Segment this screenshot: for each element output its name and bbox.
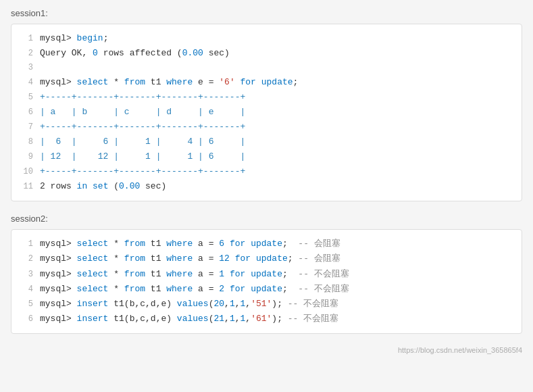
line-content: mysql> insert t1(b,c,d,e) values(20,1,1,… (40, 297, 512, 312)
table-row: 10+-----+-------+-------+-------+-------… (21, 164, 512, 179)
line-number: 2 (21, 47, 33, 60)
line-number: 5 (21, 91, 33, 104)
table-row: 9| 12 | 12 | 1 | 1 | 6 | (21, 149, 512, 164)
table-row: 8| 6 | 6 | 1 | 4 | 6 | (21, 134, 512, 149)
table-row: 2mysql> select * from t1 where a = 12 fo… (21, 251, 512, 266)
table-row: 7+-----+-------+-------+-------+-------+ (21, 120, 512, 134)
line-number: 8 (21, 135, 33, 149)
line-content: | 12 | 12 | 1 | 1 | 6 | (40, 149, 512, 164)
line-content: +-----+-------+-------+-------+-------+ (40, 120, 512, 134)
session1-label: session1: (11, 8, 522, 18)
line-content: +-----+-------+-------+-------+-------+ (40, 90, 512, 105)
line-content: mysql> select * from t1 where a = 1 for … (40, 267, 512, 282)
table-row: 3 (21, 61, 512, 74)
line-number: 4 (21, 76, 33, 89)
line-content: Query OK, 0 rows affected (0.00 sec) (40, 46, 512, 61)
session2-code-block: 1mysql> select * from t1 where a = 6 for… (11, 229, 522, 334)
session2-label: session2: (11, 214, 522, 224)
line-content: mysql> select * from t1 where a = 12 for… (40, 251, 512, 266)
table-row: 2Query OK, 0 rows affected (0.00 sec) (21, 46, 512, 61)
line-content: | a | b | c | d | e | (40, 105, 512, 120)
table-row: 1mysql> select * from t1 where a = 6 for… (21, 237, 512, 251)
line-number: 1 (21, 32, 33, 45)
watermark: https://blog.csdn.net/weixin_365865f4 (11, 346, 522, 354)
table-row: 6mysql> insert t1(b,c,d,e) values(21,1,1… (21, 312, 512, 326)
line-number: 11 (21, 180, 33, 193)
table-row: 5+-----+-------+-------+-------+-------+ (21, 90, 512, 105)
line-number: 9 (21, 150, 33, 164)
line-content: 2 rows in set (0.00 sec) (40, 179, 512, 194)
line-content: mysql> select * from t1 where a = 2 for … (40, 282, 512, 297)
table-row: 1mysql> begin; (21, 31, 512, 46)
table-row: 4mysql> select * from t1 where e = '6' f… (21, 75, 512, 90)
table-row: 3mysql> select * from t1 where a = 1 for… (21, 267, 512, 282)
table-row: 4mysql> select * from t1 where a = 2 for… (21, 282, 512, 297)
line-number: 3 (21, 268, 33, 281)
table-row: 6| a | b | c | d | e | (21, 105, 512, 120)
line-number: 5 (21, 297, 33, 311)
line-number: 6 (21, 105, 33, 119)
line-content: mysql> select * from t1 where a = 6 for … (40, 237, 512, 251)
line-content: mysql> begin; (40, 31, 512, 46)
line-content: +-----+-------+-------+-------+-------+ (40, 164, 512, 179)
line-content: | 6 | 6 | 1 | 4 | 6 | (40, 134, 512, 149)
line-content: mysql> insert t1(b,c,d,e) values(21,1,1,… (40, 312, 512, 326)
line-number: 4 (21, 283, 33, 296)
line-content: mysql> select * from t1 where e = '6' fo… (40, 75, 512, 90)
line-number: 10 (21, 165, 33, 178)
line-number: 1 (21, 237, 33, 251)
session1-code-block: 1mysql> begin;2Query OK, 0 rows affected… (11, 24, 522, 201)
line-number: 2 (21, 252, 33, 266)
line-number: 7 (21, 120, 33, 134)
table-row: 5mysql> insert t1(b,c,d,e) values(20,1,1… (21, 297, 512, 312)
line-number: 3 (21, 61, 33, 74)
table-row: 112 rows in set (0.00 sec) (21, 179, 512, 194)
line-number: 6 (21, 312, 33, 326)
